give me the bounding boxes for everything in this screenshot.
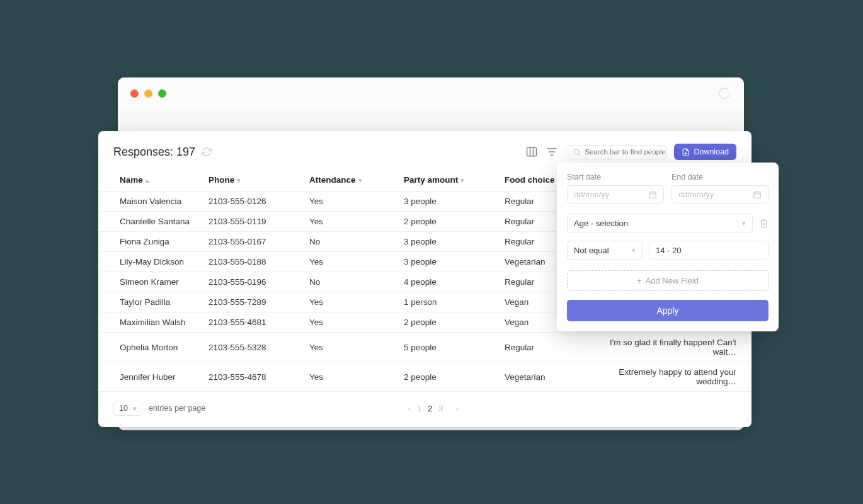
start-date-input[interactable]: dd/mm/yy <box>567 185 664 203</box>
cell-attendance: Yes <box>309 292 404 312</box>
responses-title: Responses: 197 <box>113 146 195 159</box>
per-page-label: entries per page <box>149 404 205 413</box>
responses-count: 197 <box>176 146 195 158</box>
maximize-dot-icon[interactable] <box>158 89 166 98</box>
cell-attendance: Yes <box>309 252 404 272</box>
end-date-label: End date <box>672 173 769 181</box>
add-new-field-label: Add New Field <box>646 276 699 285</box>
svg-rect-13 <box>754 192 761 197</box>
operator-value: Not equal <box>574 246 609 255</box>
cell-phone: 2103-555-4678 <box>209 362 309 392</box>
filter-icon[interactable] <box>546 146 558 158</box>
cell-party: 3 people <box>404 192 505 212</box>
chevron-down-icon: ▾ <box>133 404 137 413</box>
traffic-lights <box>130 89 166 98</box>
search-input[interactable] <box>585 148 677 156</box>
cell-name: Maison Valencia <box>98 192 209 212</box>
cell-phone: 2103-555-0126 <box>209 192 309 212</box>
chevron-down-icon: ▾ <box>742 219 746 227</box>
field-select-row: Age - selection ▾ <box>567 214 769 233</box>
panel-header-actions: Download <box>525 144 736 160</box>
sort-asc-icon: ▴ <box>146 176 149 184</box>
search-bar[interactable] <box>566 145 666 159</box>
cell-phone: 2103-555-4681 <box>209 312 309 333</box>
sort-icon: ▾ <box>237 176 241 184</box>
col-header-phone[interactable]: Phone▾ <box>209 169 309 192</box>
window-titlebar <box>118 77 744 109</box>
cell-comment: Extremely happy to attend your wedding… <box>593 362 752 392</box>
svg-line-7 <box>578 153 580 154</box>
col-header-attendance[interactable]: Attendance▾ <box>309 169 404 192</box>
search-icon <box>573 148 581 156</box>
cell-name: Ophelia Morton <box>98 333 209 362</box>
start-date-group: Start date dd/mm/yy <box>567 173 664 203</box>
cell-party: 4 people <box>404 272 505 292</box>
svg-rect-9 <box>649 192 656 197</box>
table-row[interactable]: Ophelia Morton 2103-555-5328 Yes 5 peopl… <box>98 333 752 362</box>
apply-button[interactable]: Apply <box>567 300 769 321</box>
cell-attendance: Yes <box>309 192 404 212</box>
col-header-party[interactable]: Party amount▾ <box>404 169 505 192</box>
close-dot-icon[interactable] <box>130 89 139 98</box>
cell-phone: 2103-555-5328 <box>209 333 309 362</box>
field-select-value: Age - selection <box>574 219 628 228</box>
chevron-down-icon: ▾ <box>632 246 636 255</box>
start-date-label: Start date <box>567 173 664 181</box>
cell-party: 1 person <box>404 292 505 312</box>
per-page-value: 10 <box>119 404 128 413</box>
cell-food: Regular <box>505 333 593 362</box>
page-2[interactable]: 2 <box>428 404 432 413</box>
end-date-group: End date dd/mm/yy <box>672 173 769 203</box>
cell-attendance: Yes <box>309 362 404 392</box>
field-select[interactable]: Age - selection ▾ <box>567 214 753 233</box>
loading-icon <box>717 86 731 100</box>
cell-party: 2 people <box>404 312 505 333</box>
add-new-field-button[interactable]: + Add New Field <box>567 270 769 291</box>
cell-name: Simeon Kramer <box>98 272 209 292</box>
operator-select[interactable]: Not equal ▾ <box>567 241 643 260</box>
sort-icon: ▾ <box>358 176 362 184</box>
calendar-icon <box>648 190 657 199</box>
filter-popup: Start date dd/mm/yy End date dd/mm/yy Ag… <box>557 163 779 331</box>
cell-attendance: Yes <box>309 312 404 333</box>
minimize-dot-icon[interactable] <box>144 89 152 98</box>
condition-value-input[interactable] <box>649 241 769 260</box>
cell-name: Taylor Padilla <box>98 292 209 312</box>
cell-name: Jennifer Huber <box>98 362 209 392</box>
download-icon <box>682 148 690 156</box>
condition-row: Not equal ▾ <box>567 241 769 260</box>
page-1[interactable]: 1 <box>417 404 421 413</box>
cell-food: Vegetarian <box>505 362 593 392</box>
table-footer: 10 ▾ entries per page ‹ 123 › <box>98 392 752 416</box>
sort-icon: ▾ <box>460 176 464 184</box>
delete-field-icon[interactable] <box>759 219 769 228</box>
cell-phone: 2103-555-0188 <box>209 252 309 272</box>
col-header-name[interactable]: Name▴ <box>98 169 209 192</box>
per-page-select[interactable]: 10 ▾ <box>113 401 142 416</box>
cell-name: Lily-May Dickson <box>98 252 209 272</box>
cell-party: 2 people <box>404 212 505 232</box>
page-next-icon[interactable]: › <box>455 404 458 413</box>
cell-phone: 2103-555-0167 <box>209 232 309 252</box>
cell-party: 3 people <box>404 232 505 252</box>
download-label: Download <box>694 147 729 156</box>
cell-phone: 2103-555-0196 <box>209 272 309 292</box>
refresh-icon[interactable] <box>202 147 212 157</box>
cell-party: 2 people <box>404 362 505 392</box>
cell-comment: I'm so glad it finally happen! Can't wai… <box>593 333 752 362</box>
end-date-input[interactable]: dd/mm/yy <box>672 185 769 203</box>
download-button[interactable]: Download <box>674 144 736 160</box>
table-row[interactable]: Jennifer Huber 2103-555-4678 Yes 2 peopl… <box>98 362 752 392</box>
page-prev-icon[interactable]: ‹ <box>408 404 410 413</box>
cell-phone: 2103-555-7289 <box>209 292 309 312</box>
svg-rect-0 <box>527 147 537 156</box>
cell-attendance: Yes <box>309 333 404 362</box>
cell-attendance: Yes <box>309 212 404 232</box>
date-row: Start date dd/mm/yy End date dd/mm/yy <box>567 173 769 203</box>
cell-name: Maximilian Walsh <box>98 312 209 333</box>
svg-point-6 <box>574 149 580 154</box>
cell-name: Fiona Zuniga <box>98 232 209 252</box>
calendar-icon <box>753 190 762 199</box>
columns-icon[interactable] <box>525 146 538 158</box>
page-3[interactable]: 3 <box>438 404 443 413</box>
